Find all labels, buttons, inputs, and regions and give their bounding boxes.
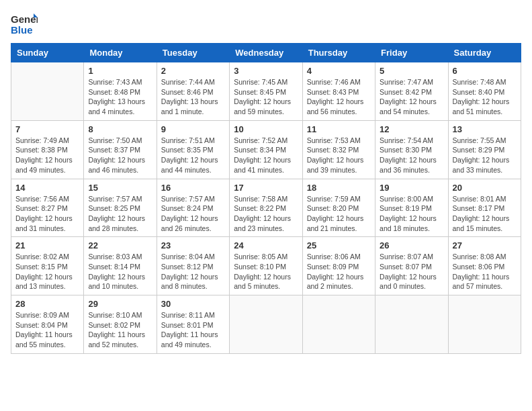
day-info: Sunrise: 7:48 AM Sunset: 8:40 PM Dayligh… (453, 77, 517, 117)
calendar-cell: 27Sunrise: 8:08 AM Sunset: 8:06 PM Dayli… (448, 237, 521, 295)
day-info: Sunrise: 7:58 AM Sunset: 8:22 PM Dayligh… (234, 194, 298, 234)
day-number: 1 (88, 66, 152, 76)
day-number: 20 (453, 183, 517, 193)
day-info: Sunrise: 7:50 AM Sunset: 8:37 PM Dayligh… (88, 136, 152, 175)
day-info: Sunrise: 7:57 AM Sunset: 8:24 PM Dayligh… (161, 194, 225, 234)
day-info: Sunrise: 7:47 AM Sunset: 8:42 PM Dayligh… (380, 77, 443, 117)
calendar-cell: 12Sunrise: 7:54 AM Sunset: 8:30 PM Dayli… (375, 120, 448, 179)
day-info: Sunrise: 7:43 AM Sunset: 8:48 PM Dayligh… (88, 77, 152, 117)
day-info: Sunrise: 7:45 AM Sunset: 8:45 PM Dayligh… (234, 77, 298, 117)
calendar-cell: 9Sunrise: 7:51 AM Sunset: 8:35 PM Daylig… (157, 120, 229, 179)
day-info: Sunrise: 7:56 AM Sunset: 8:27 PM Dayligh… (15, 194, 79, 234)
weekday-header: Wednesday (230, 44, 302, 62)
calendar-cell: 4Sunrise: 7:46 AM Sunset: 8:43 PM Daylig… (302, 62, 375, 121)
calendar-cell: 23Sunrise: 8:04 AM Sunset: 8:12 PM Dayli… (157, 237, 229, 295)
calendar-cell: 7Sunrise: 7:49 AM Sunset: 8:38 PM Daylig… (11, 120, 84, 179)
calendar-cell: 29Sunrise: 8:10 AM Sunset: 8:02 PM Dayli… (84, 295, 157, 354)
calendar-cell: 2Sunrise: 7:44 AM Sunset: 8:46 PM Daylig… (157, 62, 229, 121)
calendar-cell: 17Sunrise: 7:58 AM Sunset: 8:22 PM Dayli… (230, 179, 302, 237)
day-info: Sunrise: 7:53 AM Sunset: 8:32 PM Dayligh… (307, 136, 371, 175)
calendar-cell: 5Sunrise: 7:47 AM Sunset: 8:42 PM Daylig… (375, 62, 448, 121)
weekday-header: Tuesday (157, 44, 229, 62)
day-info: Sunrise: 7:44 AM Sunset: 8:46 PM Dayligh… (161, 77, 225, 117)
day-info: Sunrise: 7:59 AM Sunset: 8:20 PM Dayligh… (307, 194, 371, 234)
day-info: Sunrise: 8:11 AM Sunset: 8:01 PM Dayligh… (161, 310, 225, 350)
calendar-cell: 1Sunrise: 7:43 AM Sunset: 8:48 PM Daylig… (84, 62, 157, 121)
calendar-cell: 20Sunrise: 8:01 AM Sunset: 8:17 PM Dayli… (448, 179, 521, 237)
calendar-cell: 26Sunrise: 8:07 AM Sunset: 8:07 PM Dayli… (375, 237, 448, 295)
calendar-table: SundayMondayTuesdayWednesdayThursdayFrid… (11, 43, 521, 354)
calendar-cell: 22Sunrise: 8:03 AM Sunset: 8:14 PM Dayli… (84, 237, 157, 295)
day-info: Sunrise: 8:07 AM Sunset: 8:07 PM Dayligh… (380, 252, 443, 291)
calendar-cell (11, 62, 84, 121)
day-number: 12 (380, 124, 443, 134)
day-info: Sunrise: 8:02 AM Sunset: 8:15 PM Dayligh… (15, 252, 79, 291)
day-number: 2 (161, 66, 225, 76)
day-number: 4 (307, 66, 371, 76)
calendar-cell: 30Sunrise: 8:11 AM Sunset: 8:01 PM Dayli… (157, 295, 229, 354)
calendar-cell: 14Sunrise: 7:56 AM Sunset: 8:27 PM Dayli… (11, 179, 84, 237)
calendar-cell: 8Sunrise: 7:50 AM Sunset: 8:37 PM Daylig… (84, 120, 157, 179)
weekday-header: Monday (84, 44, 157, 62)
day-number: 30 (161, 299, 225, 309)
day-number: 22 (88, 240, 152, 250)
day-number: 29 (88, 299, 152, 309)
day-number: 9 (161, 124, 225, 134)
day-number: 23 (161, 240, 225, 250)
calendar-week-row: 14Sunrise: 7:56 AM Sunset: 8:27 PM Dayli… (11, 179, 521, 237)
day-number: 21 (15, 240, 79, 250)
day-number: 7 (15, 124, 79, 134)
day-info: Sunrise: 7:54 AM Sunset: 8:30 PM Dayligh… (380, 136, 443, 175)
day-number: 15 (88, 183, 152, 193)
day-number: 8 (88, 124, 152, 134)
logo: General Blue (11, 11, 38, 38)
calendar-cell (375, 295, 448, 354)
day-info: Sunrise: 8:01 AM Sunset: 8:17 PM Dayligh… (453, 194, 517, 234)
day-info: Sunrise: 7:51 AM Sunset: 8:35 PM Dayligh… (161, 136, 225, 175)
day-info: Sunrise: 7:55 AM Sunset: 8:29 PM Dayligh… (453, 136, 517, 175)
day-info: Sunrise: 8:00 AM Sunset: 8:19 PM Dayligh… (380, 194, 443, 234)
day-number: 27 (453, 240, 517, 250)
calendar-cell: 11Sunrise: 7:53 AM Sunset: 8:32 PM Dayli… (302, 120, 375, 179)
day-number: 3 (234, 66, 298, 76)
calendar-cell: 19Sunrise: 8:00 AM Sunset: 8:19 PM Dayli… (375, 179, 448, 237)
calendar-cell: 13Sunrise: 7:55 AM Sunset: 8:29 PM Dayli… (448, 120, 521, 179)
header-row: SundayMondayTuesdayWednesdayThursdayFrid… (11, 44, 521, 62)
calendar-cell: 28Sunrise: 8:09 AM Sunset: 8:04 PM Dayli… (11, 295, 84, 354)
calendar-cell: 10Sunrise: 7:52 AM Sunset: 8:34 PM Dayli… (230, 120, 302, 179)
day-info: Sunrise: 7:49 AM Sunset: 8:38 PM Dayligh… (15, 136, 79, 175)
svg-text:Blue: Blue (11, 24, 33, 36)
weekday-header: Friday (375, 44, 448, 62)
day-number: 5 (380, 66, 443, 76)
calendar-cell: 21Sunrise: 8:02 AM Sunset: 8:15 PM Dayli… (11, 237, 84, 295)
day-number: 16 (161, 183, 225, 193)
day-number: 13 (453, 124, 517, 134)
day-info: Sunrise: 8:10 AM Sunset: 8:02 PM Dayligh… (88, 310, 152, 350)
day-info: Sunrise: 8:08 AM Sunset: 8:06 PM Dayligh… (453, 252, 517, 291)
calendar-cell (448, 295, 521, 354)
day-info: Sunrise: 8:05 AM Sunset: 8:10 PM Dayligh… (234, 252, 298, 291)
day-number: 11 (307, 124, 371, 134)
calendar-cell: 18Sunrise: 7:59 AM Sunset: 8:20 PM Dayli… (302, 179, 375, 237)
day-info: Sunrise: 8:06 AM Sunset: 8:09 PM Dayligh… (307, 252, 371, 291)
day-number: 6 (453, 66, 517, 76)
day-number: 26 (380, 240, 443, 250)
day-info: Sunrise: 7:52 AM Sunset: 8:34 PM Dayligh… (234, 136, 298, 175)
calendar-week-row: 21Sunrise: 8:02 AM Sunset: 8:15 PM Dayli… (11, 237, 521, 295)
day-info: Sunrise: 7:57 AM Sunset: 8:25 PM Dayligh… (88, 194, 152, 234)
day-number: 28 (15, 299, 79, 309)
calendar-week-row: 28Sunrise: 8:09 AM Sunset: 8:04 PM Dayli… (11, 295, 521, 354)
calendar-cell: 6Sunrise: 7:48 AM Sunset: 8:40 PM Daylig… (448, 62, 521, 121)
calendar-cell: 16Sunrise: 7:57 AM Sunset: 8:24 PM Dayli… (157, 179, 229, 237)
day-number: 24 (234, 240, 298, 250)
calendar-cell (230, 295, 302, 354)
day-info: Sunrise: 8:09 AM Sunset: 8:04 PM Dayligh… (15, 310, 79, 350)
page-header: General Blue (11, 11, 521, 38)
weekday-header: Thursday (302, 44, 375, 62)
calendar-week-row: 1Sunrise: 7:43 AM Sunset: 8:48 PM Daylig… (11, 62, 521, 121)
day-number: 19 (380, 183, 443, 193)
logo-container: General Blue (11, 11, 38, 38)
weekday-header: Sunday (11, 44, 84, 62)
calendar-cell: 24Sunrise: 8:05 AM Sunset: 8:10 PM Dayli… (230, 237, 302, 295)
calendar-cell: 15Sunrise: 7:57 AM Sunset: 8:25 PM Dayli… (84, 179, 157, 237)
